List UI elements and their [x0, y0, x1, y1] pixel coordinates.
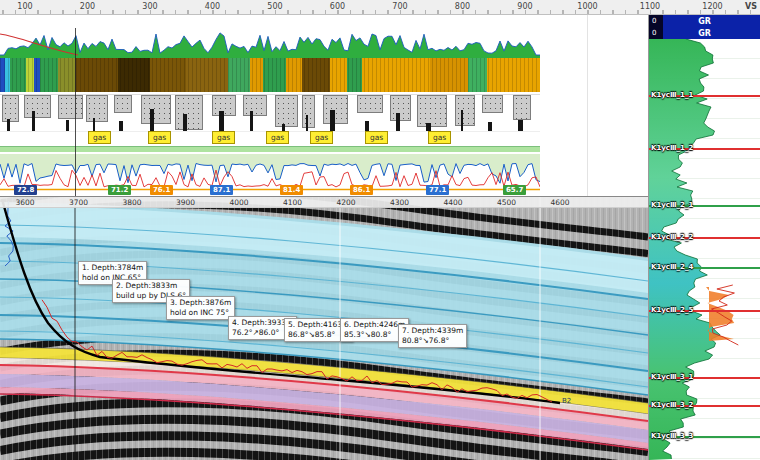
- lithology-bar: [461, 110, 463, 131]
- gas-label: gas: [365, 131, 388, 144]
- lithology-bar: [32, 111, 36, 131]
- vs-ruler: VS 1002003004005006007008009001000110012…: [0, 0, 760, 15]
- lithology-block: [275, 95, 298, 127]
- lithology-bar: [66, 120, 70, 131]
- lithology-bar: [282, 124, 285, 131]
- ruler-tick-label: 800: [455, 2, 470, 11]
- gas-label: gas: [148, 131, 171, 144]
- lithology-block: [357, 95, 382, 113]
- gas-label: gas: [212, 131, 235, 144]
- lithology-bar: [7, 119, 11, 131]
- curve-value-tag: 76.1: [150, 185, 173, 195]
- target-point-label: B2: [562, 397, 571, 405]
- lithology-block: [513, 95, 531, 120]
- ruler-tick-label: 500: [267, 2, 282, 11]
- lithology-bar: [93, 118, 95, 131]
- curve-value-tag: 81.4: [280, 185, 303, 195]
- gas-show-row: gasgasgasgasgasgasgas: [0, 131, 540, 145]
- annotation-text: 1. Depth:3784m: [82, 263, 143, 273]
- gr-header-row-2: 0 GR: [649, 27, 760, 39]
- vs-unit-label: VS: [745, 2, 757, 11]
- curve-value-tag: 65.7: [503, 185, 526, 195]
- curve-value-tag: 87.1: [210, 185, 233, 195]
- ruler-tick-label: 100: [17, 2, 32, 11]
- formation-line: K1ycⅢ_3_1: [649, 377, 760, 379]
- formation-label: K1ycⅢ_2_5: [651, 306, 693, 314]
- lithology-block: [175, 95, 203, 130]
- formation-label: K1ycⅢ_3_3: [651, 432, 693, 440]
- lithology-bar: [306, 115, 309, 131]
- ruler-tick-label: 1000: [577, 2, 597, 11]
- formation-label: K1ycⅢ_2_4: [651, 263, 693, 271]
- curve-value-tag: 86.1: [350, 185, 373, 195]
- formation-line: K1ycⅢ_2_1: [649, 205, 760, 207]
- lithology-track: [0, 94, 540, 132]
- ruler-tick-label: 700: [392, 2, 407, 11]
- formation-line: K1ycⅢ_3_3: [649, 436, 760, 438]
- gas-label: gas: [266, 131, 289, 144]
- annotation-text: 85.3°↘80.8°: [344, 330, 405, 340]
- lithology-block: [243, 95, 266, 116]
- lithology-block: [482, 95, 503, 113]
- ruler-tick-label: 900: [517, 2, 532, 11]
- ruler-tick-label: 200: [80, 2, 95, 11]
- ruler-tick-label: 1200: [702, 2, 722, 11]
- lithology-bar: [365, 121, 369, 131]
- annotation-text: 3. Depth:3876m: [170, 298, 231, 308]
- ruler-tick-label: 400: [205, 2, 220, 11]
- annotation-text: 7. Depth:4339m: [402, 326, 463, 336]
- gas-label: gas: [310, 131, 333, 144]
- lithology-block: [455, 95, 475, 126]
- ruler-tick-label: 600: [330, 2, 345, 11]
- formation-line: K1ycⅢ_2_2: [649, 237, 760, 239]
- lithology-bar: [488, 122, 492, 131]
- annotation-text: 2. Depth:3833m: [116, 281, 186, 291]
- ruler-tick-label: 1100: [640, 2, 660, 11]
- lithology-bar: [119, 121, 123, 131]
- gr-header-title: GR: [649, 29, 760, 38]
- type-log-curve-area: [649, 39, 760, 460]
- image-log-track: [0, 58, 540, 92]
- interpretation-band: [0, 146, 540, 152]
- annotation-box-3: 3. Depth:3876mhold on INC 75°: [166, 296, 235, 320]
- gas-label: gas: [428, 131, 451, 144]
- lithology-block: [417, 95, 447, 127]
- ruler-tick-label: 300: [142, 2, 157, 11]
- formation-line: K1ycⅢ_2_4: [649, 267, 760, 269]
- geosteering-app: VS 1002003004005006007008009001000110012…: [0, 0, 760, 460]
- lithology-block: [24, 95, 52, 118]
- formation-label: K1ycⅢ_2_1: [651, 201, 693, 209]
- lithology-block: [114, 95, 132, 113]
- lithology-block: [323, 95, 348, 124]
- lithology-bar: [250, 111, 253, 131]
- lithology-bar: [518, 120, 523, 131]
- annotation-text: hold on INC 75°: [170, 308, 231, 318]
- curve-value-tag: 71.2: [108, 185, 131, 195]
- formation-line: K1ycⅢ_3_2: [649, 405, 760, 407]
- annotation-layer: 1. Depth:3784mhold on INC 65°2. Depth:38…: [0, 197, 648, 460]
- formation-label: K1ycⅢ_1_2: [651, 144, 693, 152]
- curve-value-tag: 77.1: [426, 185, 449, 195]
- lithology-bar: [426, 123, 431, 131]
- gr-header-row-1: 0 GR: [649, 15, 760, 27]
- formation-line: K1ycⅢ_1_1: [649, 95, 760, 97]
- curve-value-tags-row: 72.871.276.187.181.486.177.165.7: [0, 185, 540, 196]
- annotation-text: 6. Depth:4246m: [344, 320, 405, 330]
- lithology-bar: [330, 110, 335, 131]
- lithology-bar: [150, 109, 154, 131]
- formation-line: K1ycⅢ_1_2: [649, 148, 760, 150]
- formation-line: K1ycⅢ_2_5: [649, 310, 760, 312]
- gr-type-log-panel[interactable]: 0 GR 0 GR K1ycⅢ_1_1K1ycⅢ_1_2K1ycⅢ_2_1K1y…: [648, 15, 760, 460]
- cross-section-panel[interactable]: 3600370038003900400041004200430044004500…: [0, 196, 648, 460]
- curve-value-tag: 72.8: [14, 185, 37, 195]
- lithology-block: [58, 95, 82, 119]
- formation-label: K1ycⅢ_1_1: [651, 91, 693, 99]
- log-tracks-panel[interactable]: gasgasgasgasgasgasgas 72.871.276.187.181…: [0, 15, 648, 196]
- lithology-bar: [183, 114, 186, 131]
- lithology-bar: [219, 111, 224, 131]
- formation-label: K1ycⅢ_3_2: [651, 401, 693, 409]
- grid-line: [587, 15, 588, 196]
- annotation-box-7: 7. Depth:4339m80.8°↘76.8°: [398, 324, 467, 348]
- type-log-gr-curve: [649, 39, 760, 460]
- track-section-divider: [75, 28, 76, 196]
